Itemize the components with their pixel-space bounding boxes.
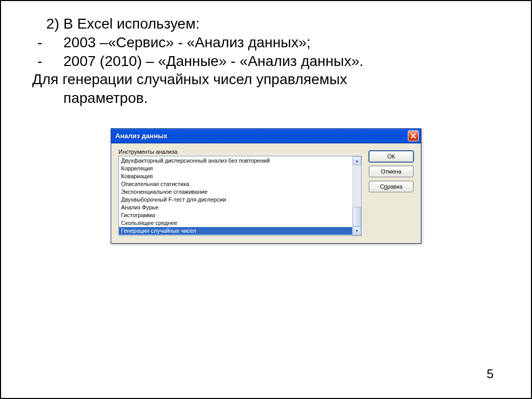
list-item[interactable]: Скользящее среднее: [119, 219, 352, 227]
ok-button[interactable]: ОК: [369, 151, 414, 162]
list-item[interactable]: Гистограмма: [119, 211, 352, 219]
help-button[interactable]: Справка: [369, 181, 414, 192]
titlebar[interactable]: Анализ данных: [111, 129, 421, 143]
text-line: параметров.: [32, 89, 500, 108]
cancel-button[interactable]: Отмена: [369, 166, 414, 177]
list-item[interactable]: Анализ Фурье: [119, 204, 352, 211]
list-item[interactable]: Двухвыборочный F-тест для дисперсии: [119, 196, 352, 204]
button-label: Отмена: [381, 168, 401, 175]
list-dash: -: [32, 52, 63, 71]
chevron-down-icon: ▼: [355, 229, 359, 233]
text-line: Для генерации случайных чисел управляемы…: [32, 70, 500, 89]
button-label: Справка: [380, 183, 402, 190]
slide-text: 2) В Excel используем: - 2003 –«Сервис» …: [1, 1, 531, 108]
text-line: 2003 –«Сервис» - «Анализ данных»;: [63, 33, 500, 52]
scroll-down-button[interactable]: ▼: [353, 227, 361, 235]
data-analysis-dialog: Анализ данных Инструменты анализа Двухфа…: [111, 128, 421, 244]
scrollbar[interactable]: ▲ ▼: [352, 156, 361, 235]
list-item[interactable]: Описательная статистика: [119, 180, 352, 188]
list-number: 2): [32, 15, 63, 33]
page-number: 5: [487, 367, 494, 381]
button-label: ОК: [388, 153, 395, 159]
list-item[interactable]: Двухфакторный дисперсионный анализ без п…: [119, 157, 352, 165]
text-line: 2007 (2010) – «Данные» - «Анализ данных»…: [63, 52, 500, 71]
list-item[interactable]: Экспоненциальное сглаживание: [119, 188, 352, 196]
list-item[interactable]: Ковариация: [119, 172, 352, 180]
analysis-tools-listbox[interactable]: Двухфакторный дисперсионный анализ без п…: [118, 156, 362, 236]
scroll-thumb[interactable]: [353, 207, 361, 227]
scroll-up-button[interactable]: ▲: [353, 156, 361, 165]
group-label: Инструменты анализа: [118, 149, 362, 155]
list-item[interactable]: Генерация случайных чисел: [119, 227, 352, 235]
close-button[interactable]: [408, 130, 419, 141]
list-dash: -: [32, 33, 63, 52]
text-line: В Excel используем:: [63, 15, 500, 33]
chevron-up-icon: ▲: [355, 159, 359, 163]
close-icon: [410, 133, 416, 139]
scroll-track[interactable]: [353, 165, 361, 227]
dialog-title: Анализ данных: [115, 132, 408, 140]
list-item[interactable]: Корреляция: [119, 165, 352, 172]
